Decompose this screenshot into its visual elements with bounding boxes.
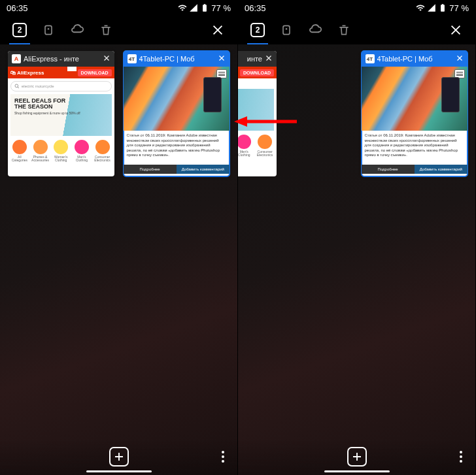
tab-count: 2 (18, 25, 22, 35)
tab-thumbnail: 🛍 AliExpress DOWNLOAD electric motorcycl… (8, 67, 114, 176)
close-icon (449, 23, 463, 37)
svg-rect-0 (45, 25, 52, 34)
banner-subtitle: Shop fishing equipment & more up to 50% … (14, 111, 108, 115)
dot (222, 455, 224, 458)
private-tabs-button[interactable] (35, 17, 61, 43)
tabs-button[interactable]: 2 (245, 17, 271, 43)
tab-thumbnail: Статья от 06.11.2019: Компания Adobe изв… (124, 67, 230, 176)
svg-point-4 (286, 28, 288, 30)
tab-title: 4Tablet-PC | Моб (377, 55, 454, 63)
delete-button[interactable] (331, 17, 357, 43)
dot (460, 451, 462, 453)
dot (460, 460, 462, 463)
trash-icon (99, 24, 112, 37)
plus-icon (113, 451, 125, 463)
trash-icon (337, 24, 350, 37)
add-comment-button: Добавить комментарий (415, 165, 468, 174)
screen-left: 06:35 77 % 2 A AliEx (0, 0, 238, 475)
status-time: 06:35 (7, 3, 28, 13)
gift-icon (67, 67, 76, 78)
new-tab-button[interactable] (347, 447, 367, 467)
synced-tabs-button[interactable] (64, 17, 90, 43)
bottombar (238, 438, 475, 475)
incognito-icon (280, 24, 293, 37)
tab-card-4tablet[interactable]: 4T 4Tablet-PC | Моб Статья от 06.11.2019… (362, 51, 468, 176)
search-icon (14, 84, 20, 89)
status-icons: 77 % (178, 3, 231, 13)
close-tab-button[interactable] (456, 54, 464, 63)
synced-tabs-button[interactable] (302, 17, 328, 43)
tab-header: A AliExpress - инте (8, 51, 114, 67)
cloud-icon (308, 23, 322, 37)
read-more-button: Подробнее (362, 165, 415, 174)
incognito-icon (42, 24, 55, 37)
toolbar: 2 (0, 16, 237, 44)
tab-grid: A AliExpress - инте 🛍 AliExpress DOWNLOA… (0, 51, 237, 176)
banner-title-2: THE SEASON (14, 104, 108, 110)
plus-icon (351, 451, 363, 463)
category-item: All Categories (11, 140, 28, 162)
dot (222, 460, 224, 463)
article-excerpt: Статья от 06.11.2019: Компания Adobe изв… (362, 131, 468, 165)
new-tab-button[interactable] (109, 447, 129, 467)
statusbar: 06:35 77 % (0, 0, 237, 16)
promo-banner: REEL DEALS FOR THE SEASON Shop fishing e… (10, 94, 112, 136)
tab-card-4tablet[interactable]: 4T 4Tablet-PC | Моб Статья от 06.11.2019… (124, 51, 230, 176)
phone-illustration (203, 77, 222, 112)
delete-button[interactable] (93, 17, 119, 43)
category-row: All CategoriesPhones & AccessoriesWomen'… (8, 136, 114, 163)
swipe-arrow-annotation (233, 115, 298, 128)
more-menu-button[interactable] (222, 451, 224, 463)
tab-card-aliexpress[interactable]: A AliExpress - инте 🛍 AliExpress DOWNLOA… (8, 51, 114, 176)
tabs-button[interactable]: 2 (7, 17, 33, 43)
wifi-icon (178, 3, 187, 12)
search-bar: electric motorcycle (10, 81, 112, 91)
tab-thumbnail: Статья от 06.11.2019: Компания Adobe изв… (362, 67, 468, 176)
tab-title: 4Tablet-PC | Моб (139, 55, 216, 63)
svg-rect-3 (283, 25, 290, 34)
read-more-button: Подробнее (124, 165, 177, 174)
close-icon (211, 23, 225, 37)
close-overview-button[interactable] (443, 17, 469, 43)
favicon-aliexpress: A (12, 54, 21, 63)
favicon-4tablet: 4T (366, 54, 375, 63)
svg-marker-6 (234, 116, 247, 127)
category-item: Phones & Accessories (32, 140, 49, 162)
svg-point-1 (48, 28, 50, 30)
category-item: Consumer Electronics (94, 140, 111, 162)
download-badge: DOWNLOAD (78, 69, 112, 76)
bottombar (0, 438, 237, 475)
wifi-icon (416, 3, 425, 12)
signal-icon (189, 3, 198, 12)
status-time: 06:35 (245, 3, 266, 13)
screen-right: 06:35 77 % 2 инте (238, 0, 476, 475)
dot (460, 455, 462, 458)
battery-pct: 77 % (449, 3, 469, 13)
close-overview-button[interactable] (205, 17, 231, 43)
cloud-icon (70, 23, 84, 37)
tab-header: 4T 4Tablet-PC | Моб (124, 51, 230, 67)
category-item: Men's Clothing (73, 140, 90, 162)
close-tab-button[interactable] (218, 54, 226, 63)
toolbar: 2 (238, 16, 475, 44)
add-comment-button: Добавить комментарий (177, 165, 230, 174)
tab-title: AliExpress - инте (24, 55, 100, 63)
search-placeholder: electric motorcycle (22, 84, 54, 88)
more-menu-button[interactable] (460, 451, 462, 463)
private-tabs-button[interactable] (273, 17, 299, 43)
signal-icon (427, 3, 436, 12)
article-image (362, 67, 468, 131)
phone-illustration (441, 77, 460, 112)
close-tab-button[interactable] (103, 54, 110, 63)
close-icon (103, 54, 110, 62)
close-icon (456, 54, 464, 62)
status-icons: 77 % (416, 3, 469, 13)
article-excerpt: Статья от 06.11.2019: Компания Adobe изв… (124, 131, 230, 165)
nav-handle[interactable] (86, 470, 152, 472)
svg-point-2 (15, 84, 18, 88)
article-image (124, 67, 230, 131)
nav-handle[interactable] (324, 470, 390, 472)
category-item: Women's Clothing (52, 140, 69, 162)
statusbar: 06:35 77 % (238, 0, 475, 16)
close-icon (218, 54, 226, 62)
